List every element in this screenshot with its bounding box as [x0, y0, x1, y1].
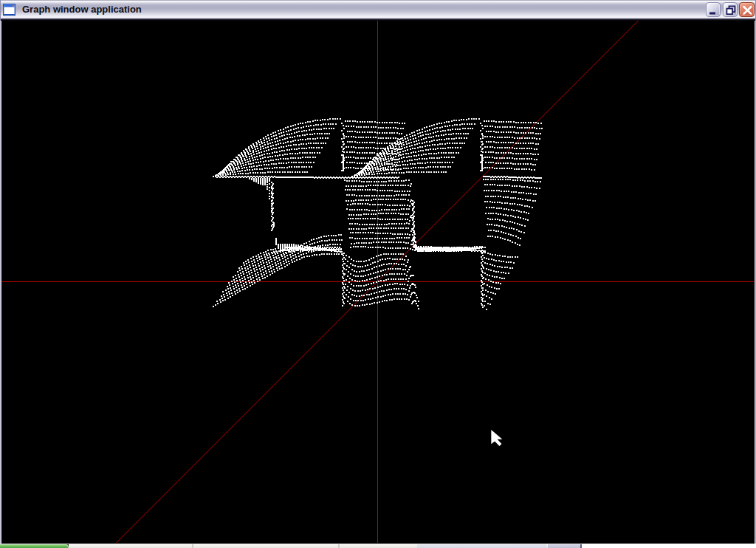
restore-button[interactable]: [723, 2, 738, 17]
window-frame-left: [0, 21, 1, 544]
taskbar-clear-area: [582, 544, 756, 548]
start-button-sliver[interactable]: [0, 544, 69, 548]
taskbar-tray-button[interactable]: [548, 544, 582, 548]
close-button[interactable]: [739, 2, 755, 17]
window-title: Graph window application: [22, 4, 142, 15]
taskbar-active-button[interactable]: [417, 544, 546, 548]
app-window: Graph window application: [0, 0, 756, 548]
taskbar-separator: [338, 544, 340, 548]
close-icon: [740, 3, 755, 18]
taskbar-sliver: [0, 544, 756, 548]
minimize-icon: [707, 3, 721, 18]
title-bar[interactable]: Graph window application: [0, 0, 756, 21]
application-icon: [3, 4, 16, 16]
taskbar-separator: [192, 544, 193, 548]
graph-canvas[interactable]: [0, 0, 756, 548]
minimize-button[interactable]: [706, 2, 721, 17]
title-bar-left-border: [0, 0, 1, 21]
restore-icon: [724, 3, 738, 18]
